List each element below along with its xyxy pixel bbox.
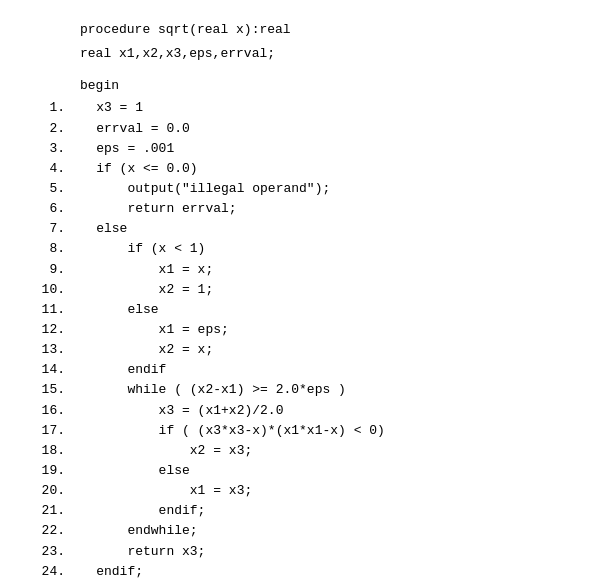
table-row: 12. x1 = eps;: [20, 320, 572, 340]
line-code: while ( (x2-x1) >= 2.0*eps ): [65, 380, 572, 400]
line-code: if (x <= 0.0): [65, 159, 572, 179]
line-code: x1 = x3;: [65, 481, 572, 501]
table-row: 19. else: [20, 461, 572, 481]
line-code: x1 = eps;: [65, 320, 572, 340]
table-row: 1. x3 = 1: [20, 98, 572, 118]
variable-declaration: real x1,x2,x3,eps,errval;: [80, 46, 275, 61]
table-row: 5. output("illegal operand");: [20, 179, 572, 199]
line-number: 22.: [20, 521, 65, 541]
table-row: 24. endif;: [20, 562, 572, 582]
table-row: 14. endif: [20, 360, 572, 380]
procedure-declaration: procedure sqrt(real x):real: [80, 22, 291, 37]
begin-keyword: begin: [80, 78, 119, 93]
table-row: 11. else: [20, 300, 572, 320]
line-code: endif;: [65, 501, 572, 521]
line-code: else: [65, 300, 572, 320]
line-code: x3 = (x1+x2)/2.0: [65, 401, 572, 421]
table-row: 15. while ( (x2-x1) >= 2.0*eps ): [20, 380, 572, 400]
table-row: 8. if (x < 1): [20, 239, 572, 259]
line-number: 1.: [20, 98, 65, 118]
line-number: 23.: [20, 542, 65, 562]
line-code: x2 = 1;: [65, 280, 572, 300]
header-line1: procedure sqrt(real x):real: [80, 20, 572, 40]
line-code: if ( (x3*x3-x)*(x1*x1-x) < 0): [65, 421, 572, 441]
line-code: return errval;: [65, 199, 572, 219]
line-number: 24.: [20, 562, 65, 582]
line-number: 10.: [20, 280, 65, 300]
line-code: x3 = 1: [65, 98, 572, 118]
line-number: 2.: [20, 119, 65, 139]
begin-label: begin: [80, 76, 572, 96]
line-code: endif: [65, 360, 572, 380]
table-row: 23. return x3;: [20, 542, 572, 562]
line-number: 12.: [20, 320, 65, 340]
table-row: 13. x2 = x;: [20, 340, 572, 360]
header-line2: real x1,x2,x3,eps,errval;: [80, 44, 572, 64]
line-number: 19.: [20, 461, 65, 481]
line-code: else: [65, 219, 572, 239]
line-number: 11.: [20, 300, 65, 320]
table-row: 18. x2 = x3;: [20, 441, 572, 461]
code-block: procedure sqrt(real x):real real x1,x2,x…: [0, 10, 592, 584]
line-code: x2 = x3;: [65, 441, 572, 461]
line-code: errval = 0.0: [65, 119, 572, 139]
line-code: x2 = x;: [65, 340, 572, 360]
line-number: 5.: [20, 179, 65, 199]
line-code: output("illegal operand");: [65, 179, 572, 199]
line-number: 13.: [20, 340, 65, 360]
line-code: if (x < 1): [65, 239, 572, 259]
table-row: 7. else: [20, 219, 572, 239]
line-number: 4.: [20, 159, 65, 179]
table-row: 17. if ( (x3*x3-x)*(x1*x1-x) < 0): [20, 421, 572, 441]
table-row: 16. x3 = (x1+x2)/2.0: [20, 401, 572, 421]
table-row: 3. eps = .001: [20, 139, 572, 159]
line-number: 6.: [20, 199, 65, 219]
table-row: 2. errval = 0.0: [20, 119, 572, 139]
table-row: 20. x1 = x3;: [20, 481, 572, 501]
line-number: 16.: [20, 401, 65, 421]
code-table: 1. x3 = 12. errval = 0.03. eps = .0014. …: [20, 98, 572, 584]
line-number: 14.: [20, 360, 65, 380]
line-number: 15.: [20, 380, 65, 400]
table-row: 21. endif;: [20, 501, 572, 521]
line-number: 17.: [20, 421, 65, 441]
line-code: endif;: [65, 562, 572, 582]
line-code: endwhile;: [65, 521, 572, 541]
table-row: 10. x2 = 1;: [20, 280, 572, 300]
line-code: else: [65, 461, 572, 481]
line-number: 21.: [20, 501, 65, 521]
line-code: x1 = x;: [65, 260, 572, 280]
table-row: 6. return errval;: [20, 199, 572, 219]
line-number: 9.: [20, 260, 65, 280]
line-number: 8.: [20, 239, 65, 259]
line-number: 3.: [20, 139, 65, 159]
table-row: 9. x1 = x;: [20, 260, 572, 280]
line-code: eps = .001: [65, 139, 572, 159]
line-number: 20.: [20, 481, 65, 501]
line-number: 18.: [20, 441, 65, 461]
table-row: 22. endwhile;: [20, 521, 572, 541]
line-code: return x3;: [65, 542, 572, 562]
line-number: 7.: [20, 219, 65, 239]
table-row: 4. if (x <= 0.0): [20, 159, 572, 179]
